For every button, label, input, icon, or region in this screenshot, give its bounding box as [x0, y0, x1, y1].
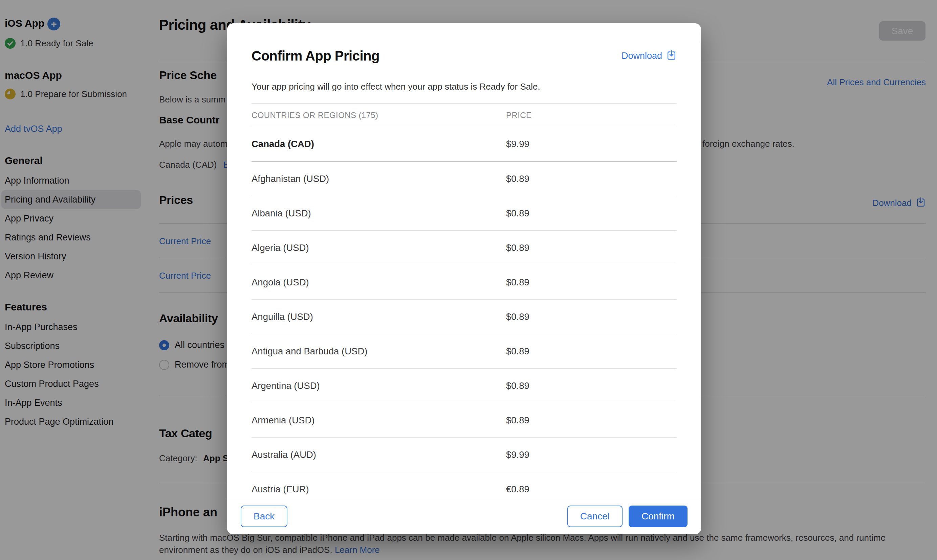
table-row: Australia (AUD) $9.99: [252, 438, 677, 472]
table-cell-country: Afghanistan (USD): [252, 174, 506, 184]
table-cell-country: Argentina (USD): [252, 380, 506, 391]
table-cell-country: Australia (AUD): [252, 449, 506, 460]
table-row: Albania (USD) $0.89: [252, 196, 677, 231]
modal-title: Confirm App Pricing: [252, 48, 380, 63]
table-cell-country: Algeria (USD): [252, 243, 506, 253]
table-row: Anguilla (USD) $0.89: [252, 300, 677, 334]
table-row: Angola (USD) $0.89: [252, 265, 677, 300]
modal-download-link[interactable]: Download: [622, 50, 677, 63]
confirm-button[interactable]: Confirm: [628, 506, 687, 527]
table-cell-price: $9.99: [506, 138, 677, 149]
modal-header: Confirm App Pricing Download: [252, 48, 677, 63]
table-row: Algeria (USD) $0.89: [252, 231, 677, 265]
confirm-app-pricing-modal: Confirm App Pricing Download Your app pr…: [227, 23, 701, 534]
download-icon: [666, 50, 677, 63]
cancel-button[interactable]: Cancel: [567, 506, 622, 527]
table-row: Antigua and Barbuda (USD) $0.89: [252, 334, 677, 369]
pricing-table: COUNTRIES OR REGIONS (175) PRICE Canada …: [252, 103, 677, 506]
table-cell-country: Anguilla (USD): [252, 311, 506, 322]
app-store-connect-page: iOS App + 1.0 Ready for Sale macOS App 1…: [0, 0, 937, 560]
column-header-price: PRICE: [506, 111, 677, 120]
table-cell-country: Armenia (USD): [252, 415, 506, 426]
table-cell-country: Angola (USD): [252, 277, 506, 288]
modal-description: Your app pricing will go into effect whe…: [252, 82, 677, 92]
modal-download-label: Download: [622, 51, 662, 61]
pricing-table-header: COUNTRIES OR REGIONS (175) PRICE: [252, 104, 677, 127]
back-button[interactable]: Back: [241, 506, 287, 527]
modal-footer: Back Cancel Confirm: [227, 498, 701, 534]
table-cell-price: $0.89: [506, 346, 677, 357]
table-row: Armenia (USD) $0.89: [252, 403, 677, 438]
table-cell-price: $0.89: [506, 208, 677, 219]
table-row: Argentina (USD) $0.89: [252, 369, 677, 403]
table-cell-price: $9.99: [506, 449, 677, 460]
table-cell-price: $0.89: [506, 311, 677, 322]
table-cell-price: $0.89: [506, 243, 677, 253]
pricing-table-rows: Canada (CAD) $9.99 Afghanistan (USD) $0.…: [252, 127, 677, 506]
column-header-countries: COUNTRIES OR REGIONS (175): [252, 111, 506, 120]
table-cell-price: $0.89: [506, 277, 677, 288]
table-cell-price: $0.89: [506, 415, 677, 426]
table-cell-country: Canada (CAD): [252, 138, 506, 149]
table-cell-country: Antigua and Barbuda (USD): [252, 346, 506, 357]
table-row: Canada (CAD) $9.99: [252, 127, 677, 162]
table-cell-price: $0.89: [506, 380, 677, 391]
table-row: Afghanistan (USD) $0.89: [252, 162, 677, 196]
table-cell-country: Austria (EUR): [252, 484, 506, 495]
table-cell-country: Albania (USD): [252, 208, 506, 219]
table-cell-price: $0.89: [506, 174, 677, 184]
table-cell-price: €0.89: [506, 484, 677, 495]
